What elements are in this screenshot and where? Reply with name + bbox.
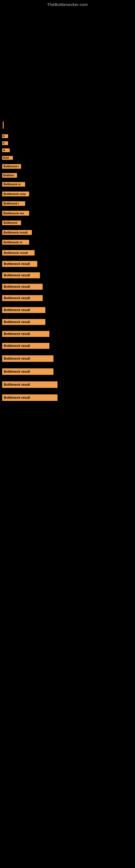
bottleneck-result-bar: Bottleneck result xyxy=(2,368,53,375)
bottleneck-result-bar: Bottleneck r xyxy=(2,201,25,206)
bottleneck-result-bar: Bottleneck xyxy=(2,220,21,225)
site-title: TheBottlenecker.com xyxy=(0,0,135,8)
bottleneck-result-bar: Bottleneck result xyxy=(2,250,35,255)
result-row: Bottl xyxy=(0,154,135,162)
bottleneck-result-bar: Bottleneck result xyxy=(2,355,53,362)
result-row: B xyxy=(0,147,135,154)
bottleneck-result-bar: Bottleneck result xyxy=(2,295,43,301)
bottleneck-result-bar: Bottlene xyxy=(2,173,17,178)
result-row: Bottleneck result xyxy=(0,259,135,271)
bottleneck-result-bar: Bottleneck result xyxy=(2,319,45,325)
result-row: Bottleneck result xyxy=(0,282,135,293)
result-row: Bottleneck res xyxy=(0,209,135,219)
bottleneck-result-bar: B xyxy=(2,148,10,152)
bottleneck-result-bar: Bottl xyxy=(2,156,13,160)
result-row: Bottleneck result xyxy=(0,271,135,282)
bottleneck-result-bar: E xyxy=(2,141,8,145)
result-row: B xyxy=(0,133,135,140)
result-row: Bottleneck result xyxy=(0,354,135,367)
result-row: Bottlene xyxy=(0,172,135,180)
pipe-char: | xyxy=(1,119,135,130)
bottleneck-result-bar: Bottleneck result xyxy=(2,343,49,349)
bottleneck-result-bar: Bottleneck result xyxy=(2,284,43,290)
result-row: Bottleneck r xyxy=(0,199,135,209)
result-row: Bottleneck result xyxy=(0,341,135,354)
bottleneck-result-bar: B xyxy=(2,134,8,138)
result-row: Bottleneck result xyxy=(0,317,135,329)
bottleneck-result-bar: Bottleneck re xyxy=(2,240,29,245)
result-row: Bottleneck result xyxy=(0,293,135,305)
result-row: Bottleneck result xyxy=(0,329,135,341)
result-row: Bottleneck xyxy=(0,219,135,228)
result-row: Bottleneck r xyxy=(0,162,135,172)
result-row: Bottleneck result xyxy=(0,248,135,259)
bottleneck-result-bar: Bottleneck re xyxy=(2,182,25,187)
result-row: Bottleneck resu xyxy=(0,190,135,199)
bottleneck-result-bar: Bottleneck r xyxy=(2,164,21,169)
bottleneck-result-bar: Bottleneck result xyxy=(2,381,57,388)
result-row: Bottleneck result xyxy=(0,367,135,380)
result-row: E xyxy=(0,140,135,147)
result-row: Bottleneck result xyxy=(0,393,135,406)
pipe-row: | xyxy=(0,116,135,133)
result-row: Bottleneck re xyxy=(0,180,135,190)
bottleneck-result-bar: Bottleneck result xyxy=(2,261,37,267)
bottleneck-result-bar: Bottleneck result xyxy=(2,272,40,278)
bottleneck-result-bar: Bottleneck result xyxy=(2,307,45,313)
result-row: Bottleneck result xyxy=(0,380,135,393)
bottleneck-result-bar: Bottleneck result xyxy=(2,230,32,235)
result-row: Bottleneck re xyxy=(0,238,135,248)
bottleneck-result-bar: Bottleneck resu xyxy=(2,191,29,196)
bottleneck-result-bar: Bottleneck result xyxy=(2,394,57,401)
result-row: Bottleneck result xyxy=(0,305,135,317)
bottleneck-result-bar: Bottleneck result xyxy=(2,331,49,337)
result-row: Bottleneck result xyxy=(0,228,135,238)
bottleneck-result-bar: Bottleneck res xyxy=(2,211,29,216)
